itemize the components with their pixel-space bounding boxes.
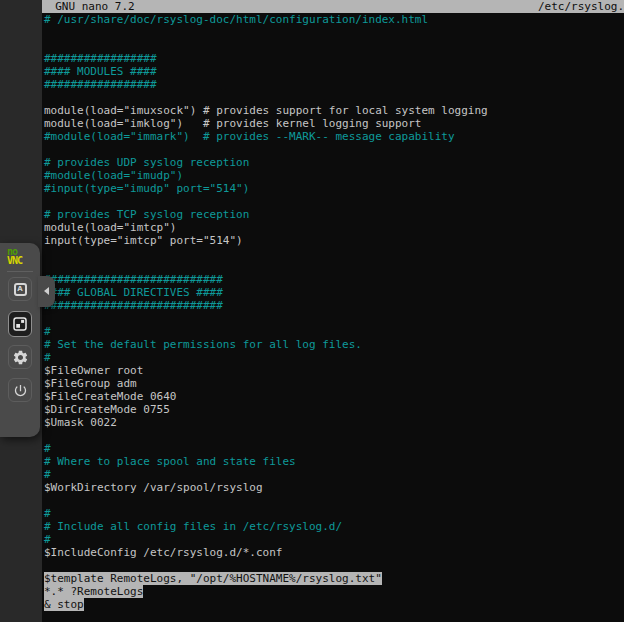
- gear-icon: [12, 349, 29, 366]
- terminal-line: module(load="imklog") # provides kernel …: [42, 117, 624, 130]
- terminal-line: [42, 559, 624, 572]
- nano-file-content: # /usr/share/doc/rsyslog-doc/html/config…: [42, 13, 624, 611]
- terminal-line: # provides UDP syslog reception: [42, 156, 624, 169]
- terminal-line: #: [42, 325, 624, 338]
- desktop-background: { "window": { "title_left": " GNU nano 7…: [0, 0, 624, 622]
- terminal-line: #### GLOBAL DIRECTIVES ####: [42, 286, 624, 299]
- nano-titlebar: GNU nano 7.2 /etc/rsyslog.: [42, 0, 624, 13]
- terminal-line: $WorkDirectory /var/spool/rsyslog: [42, 481, 624, 494]
- collapse-arrow-icon: [44, 287, 49, 295]
- settings-button[interactable]: [8, 345, 32, 369]
- terminal-line: #################: [42, 78, 624, 91]
- terminal-line: #: [42, 533, 624, 546]
- keyboard-button[interactable]: A: [8, 277, 32, 301]
- fullscreen-icon: [11, 315, 29, 333]
- terminal-line: [42, 26, 624, 39]
- terminal-line: #: [42, 442, 624, 455]
- terminal-line: [42, 39, 624, 52]
- terminal-line: [42, 247, 624, 260]
- terminal-line: *.* ?RemoteLogs: [42, 585, 624, 598]
- terminal-line: [42, 260, 624, 273]
- terminal-line: [42, 429, 624, 442]
- novnc-logo-bottom: VNC: [7, 256, 40, 266]
- terminal-line: [42, 494, 624, 507]
- keycap-a-icon: A: [14, 283, 27, 296]
- terminal-line: $FileCreateMode 0640: [42, 390, 624, 403]
- terminal-line: #module(load="immark") # provides --MARK…: [42, 130, 624, 143]
- terminal-line: #: [42, 468, 624, 481]
- terminal-line: # /usr/share/doc/rsyslog-doc/html/config…: [42, 13, 624, 26]
- novnc-control-bar: no VNC A: [0, 243, 40, 437]
- fullscreen-button[interactable]: [8, 311, 32, 337]
- nano-file-path: /etc/rsyslog.: [538, 0, 624, 13]
- terminal-line: # Include all config files in /etc/rsysl…: [42, 520, 624, 533]
- terminal-line: [42, 195, 624, 208]
- nano-version-title: GNU nano 7.2: [42, 0, 135, 13]
- keycap-letter: A: [17, 286, 22, 293]
- terminal-line: input(type="imtcp" port="514"): [42, 234, 624, 247]
- panel-collapse-handle[interactable]: [38, 276, 55, 307]
- terminal-line: $Umask 0022: [42, 416, 624, 429]
- terminal-line: [42, 312, 624, 325]
- terminal-line: module(load="imtcp"): [42, 221, 624, 234]
- terminal-line: #: [42, 351, 624, 364]
- terminal-line: #################: [42, 52, 624, 65]
- terminal-line: #module(load="imudp"): [42, 169, 624, 182]
- novnc-logo: no VNC: [0, 243, 40, 266]
- terminal-line: $template RemoteLogs, "/opt/%HOSTNAME%/r…: [42, 572, 624, 585]
- terminal-line: # Where to place spool and state files: [42, 455, 624, 468]
- power-icon: [13, 383, 28, 398]
- terminal-line: $DirCreateMode 0755: [42, 403, 624, 416]
- terminal-screen[interactable]: GNU nano 7.2 /etc/rsyslog. # /usr/share/…: [42, 0, 624, 622]
- terminal-line: # Set the default permissions for all lo…: [42, 338, 624, 351]
- terminal-line: [42, 91, 624, 104]
- terminal-line: #input(type="imudp" port="514"): [42, 182, 624, 195]
- terminal-line: #: [42, 507, 624, 520]
- terminal-line: ###########################: [42, 273, 624, 286]
- terminal-line: & stop: [42, 598, 624, 611]
- terminal-line: [42, 143, 624, 156]
- terminal-line: $IncludeConfig /etc/rsyslog.d/*.conf: [42, 546, 624, 559]
- terminal-line: $FileGroup adm: [42, 377, 624, 390]
- terminal-line: # provides TCP syslog reception: [42, 208, 624, 221]
- terminal-line: #### MODULES ####: [42, 65, 624, 78]
- terminal-line: module(load="imuxsock") # provides suppo…: [42, 104, 624, 117]
- power-button[interactable]: [8, 378, 32, 402]
- panel-divider: [7, 271, 33, 272]
- terminal-line: ###########################: [42, 299, 624, 312]
- terminal-line: $FileOwner root: [42, 364, 624, 377]
